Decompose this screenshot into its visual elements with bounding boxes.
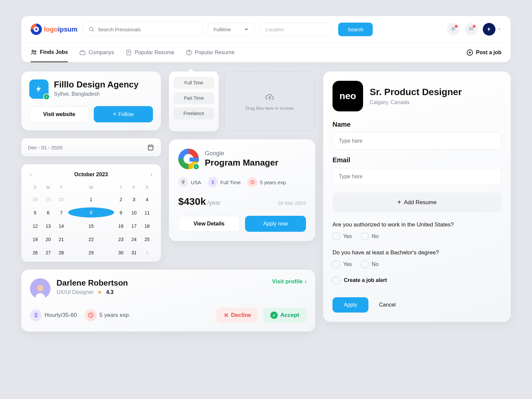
job-exp: 5 years exp. (247, 177, 287, 187)
email-label: Email (332, 156, 501, 164)
calendar-day[interactable]: 28 (55, 247, 68, 258)
company-logo: neo (332, 81, 363, 111)
apply-button[interactable]: Apply (332, 297, 368, 313)
calendar-day[interactable]: 19 (29, 234, 42, 245)
badge-dot (455, 25, 458, 28)
avatar (483, 23, 495, 36)
calendar-day[interactable]: 1 (141, 247, 154, 258)
calendar-day[interactable]: 4 (141, 194, 154, 205)
calendar: ‹ October 2023 › SMTWTFS2829301234567891… (21, 164, 161, 262)
nav-popular-resume-2[interactable]: Popular Resume (186, 43, 234, 62)
plus-circle-icon (466, 49, 473, 56)
calendar-day[interactable]: 21 (55, 234, 68, 245)
calendar-day[interactable]: 9 (114, 207, 127, 218)
calendar-day[interactable]: 6 (42, 207, 55, 218)
search-input[interactable] (98, 27, 197, 32)
calendar-day[interactable]: 30 (55, 194, 68, 205)
job-title: Program Manager (205, 158, 278, 168)
jobtype-select[interactable]: Fulltime (208, 22, 254, 37)
agency-card: ✓ Filllo Design Agency Sylhet, Banglades… (21, 71, 161, 130)
calendar-icon (147, 144, 154, 151)
svg-rect-17 (148, 145, 153, 150)
calendar-day[interactable]: 3 (127, 194, 140, 205)
view-details-button[interactable]: View Details (178, 216, 240, 232)
svg-point-23 (37, 285, 44, 292)
add-resume-button[interactable]: +Add Resume (332, 193, 501, 212)
calendar-day[interactable]: 22 (68, 234, 114, 245)
calendar-prev[interactable]: ‹ (29, 170, 33, 179)
calendar-day[interactable]: 12 (29, 220, 42, 232)
notifications-button[interactable] (447, 23, 460, 36)
logo-icon (31, 24, 42, 35)
calendar-day[interactable]: 5 (29, 207, 42, 218)
calendar-day[interactable]: 31 (127, 247, 140, 258)
calendar-day[interactable]: 26 (29, 247, 42, 258)
search-box[interactable] (83, 22, 202, 37)
profile-rate: $Hourly/35-60 (30, 309, 77, 321)
document-icon (125, 49, 132, 56)
job-type: $Full Time (208, 177, 241, 187)
calendar-day[interactable]: 7 (55, 207, 68, 218)
svg-point-6 (32, 50, 34, 52)
calendar-day[interactable]: 29 (68, 247, 114, 258)
search-button[interactable]: Search (338, 23, 373, 36)
calendar-day[interactable]: 11 (141, 207, 154, 218)
svg-marker-5 (498, 29, 500, 30)
visit-website-button[interactable]: Visit website (29, 106, 89, 122)
decline-button[interactable]: ✕Decline (216, 308, 258, 323)
calendar-day[interactable]: 24 (127, 234, 140, 245)
question-1: Are you authorized to work in the United… (332, 221, 501, 228)
chip-freelance[interactable]: Freelance (174, 107, 214, 119)
verified-icon: ✓ (193, 163, 200, 170)
calendar-day[interactable]: 2 (114, 194, 127, 205)
upload-dropzone[interactable]: Drag files here or browse (224, 71, 315, 131)
calendar-day[interactable]: 8 (68, 207, 114, 218)
nav-companys[interactable]: Companys (79, 43, 114, 62)
profile-avatar (30, 278, 51, 299)
chip-fulltime[interactable]: Full Time (174, 77, 214, 89)
profile-name: Darlene Robertson (57, 278, 128, 288)
calendar-day[interactable]: 28 (29, 194, 42, 205)
visit-profile-link[interactable]: Visit profile › (272, 278, 307, 285)
follow-button[interactable]: +Follow (94, 106, 153, 122)
calendar-day[interactable]: 13 (42, 220, 55, 232)
date-picker[interactable]: Dec - 01 - 2020 (21, 138, 161, 156)
create-alert-checkbox[interactable]: Create a job alert (332, 277, 501, 284)
user-menu[interactable] (483, 23, 501, 36)
nav-popular-resume-1[interactable]: Popular Resume (125, 43, 174, 62)
calendar-day[interactable]: 14 (55, 220, 68, 232)
post-job-button[interactable]: Post a job (466, 43, 501, 62)
calendar-day[interactable]: 27 (42, 247, 55, 258)
location-input[interactable]: Location (260, 22, 333, 37)
messages-button[interactable] (465, 23, 477, 36)
calendar-next[interactable]: › (149, 170, 154, 179)
calendar-day[interactable]: 17 (127, 220, 140, 232)
calendar-day[interactable]: 1 (68, 194, 114, 205)
x-icon: ✕ (224, 312, 228, 319)
q2-no[interactable]: No (361, 261, 378, 268)
calendar-day[interactable]: 18 (141, 220, 154, 232)
q1-yes[interactable]: Yes (332, 233, 352, 240)
q2-yes[interactable]: Yes (332, 261, 352, 268)
calendar-day[interactable]: 29 (42, 194, 55, 205)
profile-card: Darlene Robertson UX/UI Designer ★ 4.3 V… (21, 270, 315, 332)
accept-button[interactable]: ✓Accept (263, 308, 307, 323)
calendar-day[interactable]: 30 (114, 247, 127, 258)
chip-parttime[interactable]: Part Time (174, 92, 214, 104)
name-field[interactable] (332, 132, 501, 150)
nav-find-jobs[interactable]: Finds Jobs (31, 43, 68, 62)
calendar-day[interactable]: 25 (141, 234, 154, 245)
calendar-day[interactable]: 16 (114, 220, 127, 232)
calendar-day[interactable]: 10 (127, 207, 140, 218)
calendar-day[interactable]: 20 (42, 234, 55, 245)
apply-now-button[interactable]: Apply now (245, 216, 306, 232)
cancel-button[interactable]: Cancel (379, 302, 396, 308)
svg-line-1 (93, 30, 94, 31)
email-field[interactable] (332, 168, 501, 185)
verified-icon: ✓ (43, 93, 50, 100)
logo[interactable]: logoipsum (31, 24, 77, 35)
profile-exp: 5 years exp. (85, 309, 130, 321)
q1-no[interactable]: No (361, 233, 378, 240)
calendar-day[interactable]: 23 (114, 234, 127, 245)
calendar-day[interactable]: 15 (68, 220, 114, 232)
